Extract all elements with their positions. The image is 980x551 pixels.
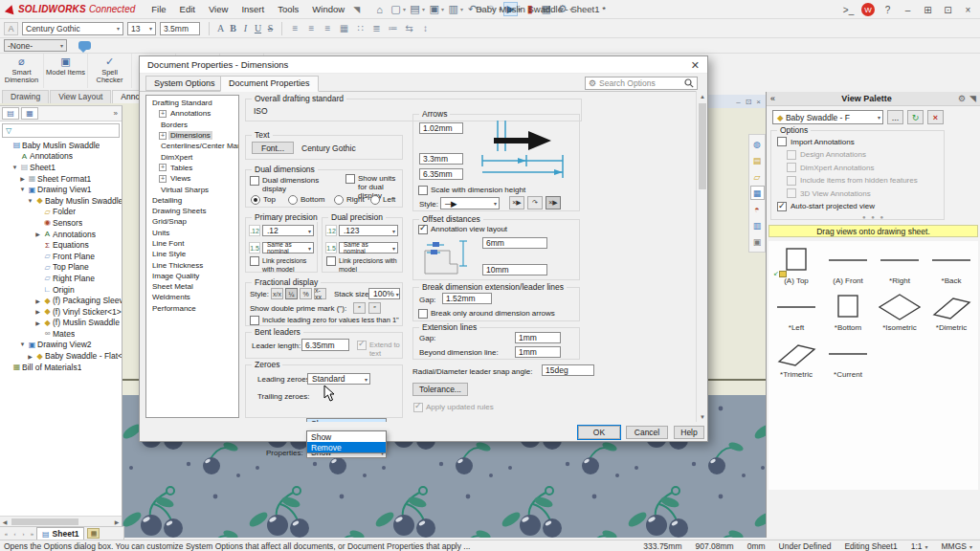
settings-tree-weldments[interactable]: Weldments (146, 292, 238, 302)
minimize-icon[interactable]: – (901, 3, 915, 17)
offset-from-model-input[interactable]: 6mm (482, 237, 547, 249)
expand-plus-icon[interactable]: + (159, 175, 167, 183)
tree-item-top-plane[interactable]: ▱Top Plane (0, 262, 122, 274)
help-icon[interactable]: ? (880, 3, 895, 17)
property-manager-tab-icon[interactable]: ▦ (21, 107, 38, 120)
settings-tree-line-thickness[interactable]: Line Thickness (146, 259, 238, 270)
settings-tree-grid-snap[interactable]: Grid/Snap (146, 216, 238, 227)
checkbox[interactable] (418, 225, 428, 234)
tree-item-baby-muslin-swaddle-7[interactable]: ▼◆Baby Muslin Swaddle<7> (0, 195, 122, 207)
collapse-icon[interactable]: ▼ (11, 165, 19, 170)
dialog-scrollbar[interactable]: ▲ ▼ (696, 91, 707, 422)
font-style-b-button[interactable]: B (227, 22, 239, 35)
first-sheet-icon[interactable]: « (2, 529, 11, 539)
pattern-icon[interactable]: ∷ (353, 22, 368, 35)
design-library-icon[interactable]: ▤ (750, 153, 765, 167)
menu-view[interactable]: View (202, 4, 234, 14)
dropdown-option-remove[interactable]: Remove (307, 442, 386, 452)
tree-item-f-packaging-sleeve[interactable]: ▶◆(f) Packaging Sleeve (0, 295, 122, 306)
checkbox[interactable] (250, 256, 259, 266)
font-size-select[interactable]: 13▾ (127, 22, 156, 35)
checkbox[interactable] (418, 186, 428, 195)
settings-tree-sheet-metal[interactable]: Sheet Metal (146, 281, 238, 292)
tree-item-equations[interactable]: ΣEquations (0, 239, 122, 251)
font-style-i-button[interactable]: I (239, 22, 252, 35)
minimize-icon[interactable]: – (736, 98, 740, 106)
offset-from-annotation-input[interactable]: 10mm (482, 264, 547, 276)
scroll-thumb[interactable] (699, 103, 706, 189)
checkbox[interactable] (777, 137, 787, 146)
fraction-dash-button[interactable]: x-xx (314, 288, 326, 299)
scroll-thumb[interactable] (11, 518, 78, 525)
menu-edit[interactable]: Edit (173, 4, 202, 14)
tree-item-sheet-format1[interactable]: ▶▦Sheet Format1 (0, 173, 122, 185)
view-thumbnail-a-front[interactable]: (A) Front (823, 245, 873, 285)
bullet-list-icon[interactable]: ≣ (369, 22, 384, 35)
prev-sheet-icon[interactable]: ‹ (11, 529, 19, 539)
arrow-override-button-1[interactable]: ×▶ (509, 196, 524, 209)
tree-item-drawing-view1[interactable]: ▼▣Drawing View1 (0, 184, 122, 195)
arrow-override-button-2[interactable]: ↷ (527, 196, 543, 209)
tree-item-baby-swaddle-flat-2[interactable]: ▶◆Baby Swaddle - Flat<2> (0, 350, 122, 362)
dual-precision-select[interactable]: .123▾ (339, 225, 398, 236)
panel-resize-handle[interactable]: ● ● ● (767, 214, 980, 220)
tab-document-properties[interactable]: Document Properties (220, 76, 319, 92)
console-icon[interactable]: >_ (841, 3, 856, 17)
last-sheet-icon[interactable]: » (28, 529, 36, 539)
menu-file[interactable]: File (145, 4, 172, 14)
view-thumbnail-right[interactable]: *Right (875, 245, 924, 285)
clear-icon[interactable]: × (927, 110, 944, 124)
tree-item-annotations[interactable]: ▶AAnnotations (0, 229, 122, 240)
view-thumbnail-dimetric[interactable]: *Dimetric (926, 292, 976, 332)
expand-plus-icon[interactable]: + (159, 132, 167, 140)
arrow-height-input[interactable]: 1.02mm (419, 122, 463, 134)
model-items-button[interactable]: ▣Model Items (44, 54, 88, 88)
dialog-titlebar[interactable]: Document Properties - Dimensions ✕ (140, 56, 707, 74)
settings-tree-drawing-sheets[interactable]: Drawing Sheets (146, 206, 238, 216)
link-precision-checkbox[interactable]: Link precisions with model (326, 256, 397, 274)
dropdown-caret[interactable]: ▾ (969, 544, 972, 550)
expand-icon[interactable]: ▶ (33, 320, 42, 326)
settings-tree-image-quality[interactable]: Image Quality (146, 271, 238, 281)
tree-item-folder[interactable]: ▱Folder (0, 207, 122, 218)
collapse-icon[interactable]: ▼ (18, 187, 27, 192)
font-style-a-button[interactable]: A (214, 22, 227, 35)
option-import-annotations[interactable]: Import Annotations (777, 137, 855, 146)
settings-tree-line-style[interactable]: Line Style (146, 249, 238, 259)
view-thumbnail-current[interactable]: *Current (823, 339, 873, 379)
snap-angle-input[interactable]: 15deg (542, 364, 594, 376)
radio[interactable] (334, 195, 344, 205)
appearances-icon[interactable]: ◓ (750, 202, 765, 216)
radio-top[interactable]: Top (251, 195, 276, 205)
leading-zeroes-select[interactable]: Standard▾ (307, 373, 370, 385)
menu-tools[interactable]: Tools (271, 4, 305, 14)
primary-tolerance-precision-select[interactable]: Same as nominal▾ (262, 242, 314, 253)
search-options-input[interactable]: ⚙ Search Options (585, 77, 698, 90)
beyond-dimension-input[interactable]: 1mm (515, 346, 561, 358)
menu-window[interactable]: Window (305, 4, 351, 14)
view-thumbnail-a-top[interactable]: ↙(A) Top (771, 245, 821, 285)
settings-tree-views[interactable]: +Views (146, 173, 238, 184)
fraction-horizontal-button[interactable]: x/x (271, 288, 283, 299)
dropdown-option-show[interactable]: Show (307, 431, 386, 442)
line-spacing-icon[interactable]: ↕ (418, 22, 433, 35)
sheet1-tab[interactable]: ▤ Sheet1 (36, 527, 84, 540)
break-around-arrows-checkbox[interactable]: Break only around dimension arrows (418, 309, 555, 319)
palette-document-select[interactable]: ◆ Baby Swaddle - F▾ (772, 110, 883, 124)
arrow-length-input[interactable]: 6.35mm (419, 168, 463, 180)
tree-item-f-muslin-swaddle-b[interactable]: ▶◆(f) Muslin Swaddle B (0, 318, 122, 329)
status-mmgs[interactable]: MMGS▾ (942, 541, 972, 551)
refresh-icon[interactable]: ↻ (907, 110, 924, 124)
settings-tree-dimensions[interactable]: +Dimensions (146, 130, 238, 141)
resources-icon[interactable]: ◍ (750, 137, 765, 151)
checkbox[interactable] (345, 174, 355, 184)
extend-to-text-checkbox[interactable]: Extend to text (357, 341, 402, 358)
checkbox[interactable] (418, 309, 428, 319)
arrow-style-select[interactable]: ─▶▾ (440, 197, 500, 209)
settings-tree-performance[interactable]: Performance (146, 303, 238, 314)
fraction-diagonal-button[interactable]: % (300, 288, 312, 299)
tree-item-right-plane[interactable]: ▱Right Plane (0, 273, 122, 284)
note-balloon-icon[interactable] (78, 41, 91, 50)
table-icon[interactable]: ▦ (337, 22, 351, 35)
radio[interactable] (370, 195, 380, 205)
